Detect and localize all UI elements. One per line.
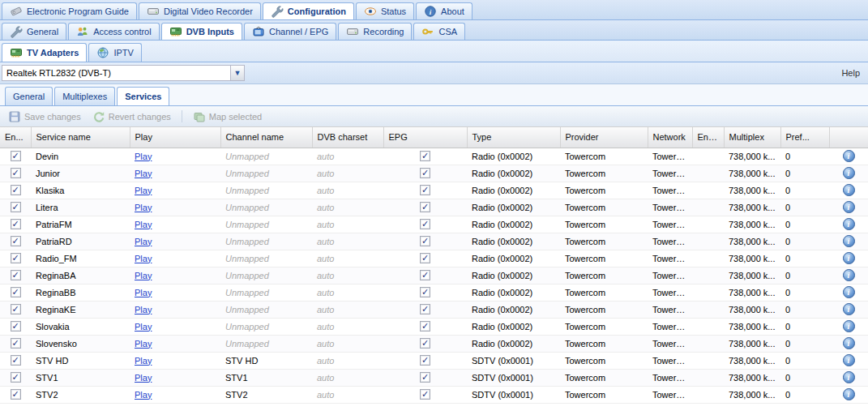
play-link[interactable]: Play bbox=[135, 220, 152, 229]
play-link[interactable]: Play bbox=[135, 169, 152, 178]
adapter-select[interactable]: Realtek RTL2832 (DVB-T) ▼ bbox=[2, 65, 245, 81]
info-icon[interactable]: i bbox=[843, 218, 855, 230]
table-row[interactable]: ✓Radio_FMPlayUnmappedauto✓Radio (0x0002)… bbox=[0, 250, 868, 267]
epg-checkbox[interactable]: ✓ bbox=[420, 270, 430, 280]
save-changes-button[interactable]: Save changes bbox=[5, 109, 84, 125]
play-link[interactable]: Play bbox=[135, 288, 152, 297]
epg-checkbox[interactable]: ✓ bbox=[420, 202, 430, 212]
enabled-checkbox[interactable]: ✓ bbox=[11, 338, 21, 349]
epg-checkbox[interactable]: ✓ bbox=[420, 304, 430, 314]
epg-checkbox[interactable]: ✓ bbox=[420, 236, 430, 246]
table-row[interactable]: ✓ReginaKEPlayUnmappedauto✓Radio (0x0002)… bbox=[0, 301, 868, 318]
epg-checkbox[interactable]: ✓ bbox=[420, 389, 430, 400]
play-link[interactable]: Play bbox=[135, 356, 152, 366]
table-row[interactable]: ✓SlovakiaPlayUnmappedauto✓Radio (0x0002)… bbox=[0, 318, 868, 335]
enabled-checkbox[interactable]: ✓ bbox=[11, 321, 21, 332]
tab-digital-video-recorder[interactable]: Digital Video Recorder bbox=[139, 2, 261, 19]
epg-checkbox[interactable]: ✓ bbox=[420, 355, 430, 366]
enabled-checkbox[interactable]: ✓ bbox=[11, 185, 21, 195]
enabled-checkbox[interactable]: ✓ bbox=[11, 202, 21, 212]
enabled-checkbox[interactable]: ✓ bbox=[11, 168, 21, 178]
column-header-multiplex[interactable]: Multiplex bbox=[724, 127, 780, 148]
tab-electronic-program-guide[interactable]: Electronic Program Guide bbox=[2, 2, 137, 19]
chevron-down-icon[interactable]: ▼ bbox=[230, 65, 245, 81]
column-header-enabled[interactable]: En... bbox=[0, 127, 31, 148]
info-icon[interactable]: i bbox=[843, 303, 855, 315]
table-row[interactable]: ✓STV2PlaySTV2auto✓SDTV (0x0001)TowercomT… bbox=[0, 386, 868, 403]
column-header-channel[interactable]: Channel name bbox=[220, 127, 312, 148]
tab-status[interactable]: Status bbox=[356, 2, 414, 19]
epg-checkbox[interactable]: ✓ bbox=[420, 338, 430, 349]
enabled-checkbox[interactable]: ✓ bbox=[11, 304, 21, 314]
epg-checkbox[interactable]: ✓ bbox=[420, 253, 430, 263]
column-header-charset[interactable]: DVB charset bbox=[312, 127, 383, 148]
play-link[interactable]: Play bbox=[135, 271, 152, 280]
column-header-enc[interactable]: Enc... bbox=[692, 127, 724, 148]
info-icon[interactable]: i bbox=[843, 150, 855, 162]
tab-tv-adapters[interactable]: TV Adapters bbox=[2, 43, 87, 62]
table-row[interactable]: ✓SlovenskoPlayUnmappedauto✓Radio (0x0002… bbox=[0, 335, 868, 352]
info-icon[interactable]: i bbox=[843, 184, 855, 196]
play-link[interactable]: Play bbox=[135, 203, 152, 212]
info-icon[interactable]: i bbox=[843, 337, 855, 349]
enabled-checkbox[interactable]: ✓ bbox=[11, 219, 21, 229]
info-icon[interactable]: i bbox=[843, 320, 855, 332]
play-link[interactable]: Play bbox=[135, 390, 152, 400]
play-link[interactable]: Play bbox=[135, 373, 152, 383]
epg-checkbox[interactable]: ✓ bbox=[420, 151, 430, 161]
column-header-pref[interactable]: Pref... bbox=[780, 127, 829, 148]
table-row[interactable]: ✓JuniorPlayUnmappedauto✓Radio (0x0002)To… bbox=[0, 165, 868, 182]
info-icon[interactable]: i bbox=[843, 167, 855, 179]
info-icon[interactable]: i bbox=[843, 269, 855, 281]
tab-access-control[interactable]: Access control bbox=[68, 23, 160, 40]
column-header-type[interactable]: Type bbox=[467, 127, 560, 148]
enabled-checkbox[interactable]: ✓ bbox=[11, 270, 21, 280]
adapter-select-value[interactable]: Realtek RTL2832 (DVB-T) bbox=[2, 65, 230, 81]
play-link[interactable]: Play bbox=[135, 339, 152, 349]
tab-csa[interactable]: CSA bbox=[413, 23, 465, 40]
play-link[interactable]: Play bbox=[135, 305, 152, 314]
epg-checkbox[interactable]: ✓ bbox=[420, 219, 430, 229]
epg-checkbox[interactable]: ✓ bbox=[420, 287, 430, 297]
table-row[interactable]: ✓LiteraPlayUnmappedauto✓Radio (0x0002)To… bbox=[0, 199, 868, 216]
column-header-play[interactable]: Play bbox=[130, 127, 220, 148]
table-row[interactable]: ✓STV1PlaySTV1auto✓SDTV (0x0001)TowercomT… bbox=[0, 369, 868, 386]
info-icon[interactable]: i bbox=[843, 252, 855, 264]
epg-checkbox[interactable]: ✓ bbox=[420, 321, 430, 332]
enabled-checkbox[interactable]: ✓ bbox=[11, 355, 21, 366]
info-icon[interactable]: i bbox=[843, 388, 855, 400]
tab-iptv[interactable]: IPTV bbox=[88, 43, 141, 62]
tab-adapter-multiplexes[interactable]: Multiplexes bbox=[54, 87, 115, 105]
column-header-info[interactable] bbox=[829, 127, 868, 148]
play-link[interactable]: Play bbox=[135, 152, 152, 161]
play-link[interactable]: Play bbox=[135, 237, 152, 246]
info-icon[interactable]: i bbox=[843, 235, 855, 247]
column-header-service[interactable]: Service name bbox=[31, 127, 130, 148]
tab-adapter-general[interactable]: General bbox=[5, 87, 53, 105]
epg-checkbox[interactable]: ✓ bbox=[420, 168, 430, 178]
info-icon[interactable]: i bbox=[843, 286, 855, 298]
epg-checkbox[interactable]: ✓ bbox=[420, 372, 430, 383]
tab-channel-epg[interactable]: Channel / EPG bbox=[244, 23, 336, 40]
info-icon[interactable]: i bbox=[843, 371, 855, 383]
tab-dvb-inputs[interactable]: DVB Inputs bbox=[161, 23, 242, 40]
table-row[interactable]: ✓DevinPlayUnmappedauto✓Radio (0x0002)Tow… bbox=[0, 148, 868, 165]
table-row[interactable]: ✓KlasikaPlayUnmappedauto✓Radio (0x0002)T… bbox=[0, 182, 868, 199]
revert-changes-button[interactable]: Revert changes bbox=[89, 109, 174, 125]
tab-about[interactable]: About bbox=[416, 2, 472, 19]
play-link[interactable]: Play bbox=[135, 322, 152, 332]
help-link[interactable]: Help bbox=[841, 68, 860, 78]
enabled-checkbox[interactable]: ✓ bbox=[11, 236, 21, 246]
table-row[interactable]: ✓ReginaBBPlayUnmappedauto✓Radio (0x0002)… bbox=[0, 284, 868, 301]
enabled-checkbox[interactable]: ✓ bbox=[11, 287, 21, 297]
info-icon[interactable]: i bbox=[843, 201, 855, 213]
tab-configuration[interactable]: Configuration bbox=[263, 2, 354, 19]
tab-general[interactable]: General bbox=[2, 23, 66, 40]
table-row[interactable]: ✓PatriaFMPlayUnmappedauto✓Radio (0x0002)… bbox=[0, 216, 868, 233]
tab-recording[interactable]: Recording bbox=[338, 23, 412, 40]
epg-checkbox[interactable]: ✓ bbox=[420, 185, 430, 195]
enabled-checkbox[interactable]: ✓ bbox=[11, 151, 21, 161]
column-header-provider[interactable]: Provider bbox=[560, 127, 648, 148]
play-link[interactable]: Play bbox=[135, 254, 152, 263]
column-header-epg[interactable]: EPG bbox=[383, 127, 467, 148]
